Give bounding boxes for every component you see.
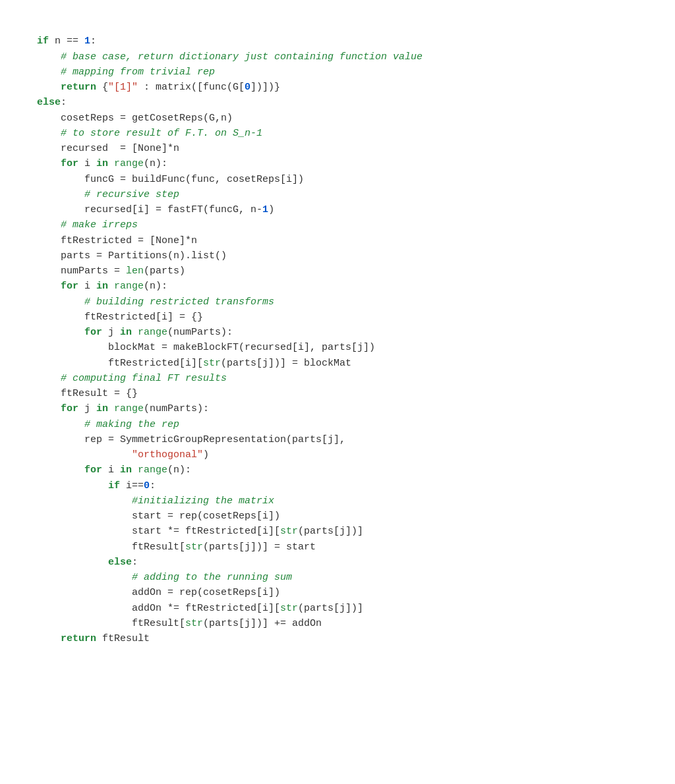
line-10: funcG = buildFunc(func, cosetReps[i]) <box>13 174 304 185</box>
line-27: rep = SymmetricGroupRepresentation(parts… <box>13 434 345 445</box>
line-24: ftResult = {} <box>13 388 138 399</box>
line-26: # making the rep <box>13 419 179 430</box>
line-37: addOn = rep(cosetReps[i]) <box>13 587 280 598</box>
line-6: cosetReps = getCosetReps(G,n) <box>13 113 233 124</box>
line-11: # recursive step <box>13 189 179 200</box>
line-19: ftRestricted[i] = {} <box>13 312 203 323</box>
line-14: ftRestricted = [None]*n <box>13 235 197 246</box>
line-23: # computing final FT results <box>13 373 227 384</box>
line-3: # mapping from trivial rep <box>13 67 215 78</box>
line-39: ftResult[str(parts[j])] += addOn <box>13 618 322 629</box>
line-15: parts = Partitions(n).list() <box>13 250 227 262</box>
line-34: ftResult[str(parts[j])] = start <box>13 542 316 553</box>
line-35: else: <box>13 557 138 568</box>
line-29: for i in range(n): <box>13 464 191 476</box>
line-9: for i in range(n): <box>13 158 167 169</box>
line-40: return ftResult <box>13 633 150 644</box>
line-13: # make irreps <box>13 219 138 231</box>
line-12: recursed[i] = fastFT(funcG, n-1) <box>13 204 274 215</box>
line-17: for i in range(n): <box>13 281 167 292</box>
line-8: recursed = [None]*n <box>13 143 179 154</box>
line-2: # base case, return dictionary just cont… <box>13 51 423 63</box>
line-28: "orthogonal") <box>13 449 209 461</box>
line-21: blockMat = makeBlockFT(recursed[i], part… <box>13 342 375 353</box>
line-22: ftRestricted[i][str(parts[j])] = blockMa… <box>13 358 351 369</box>
line-25: for j in range(numParts): <box>13 403 209 414</box>
line-36: # adding to the running sum <box>13 572 292 583</box>
line-5: else: <box>13 97 67 108</box>
line-31: #initializing the matrix <box>13 495 274 507</box>
line-7: # to store result of F.T. on S_n-1 <box>13 128 262 139</box>
line-1: if n == 1: <box>13 36 96 47</box>
line-4: return {"[1]" : matrix([func(G[0])])} <box>13 82 280 93</box>
code-editor: if n == 1: # base case, return dictionar… <box>0 12 675 653</box>
line-30: if i==0: <box>13 480 156 491</box>
line-20: for j in range(numParts): <box>13 327 233 338</box>
line-18: # building restricted transforms <box>13 296 274 308</box>
line-32: start = rep(cosetReps[i]) <box>13 511 280 522</box>
line-16: numParts = len(parts) <box>13 266 185 277</box>
line-38: addOn *= ftRestricted[i][str(parts[j])] <box>13 603 363 614</box>
line-33: start *= ftRestricted[i][str(parts[j])] <box>13 526 363 537</box>
